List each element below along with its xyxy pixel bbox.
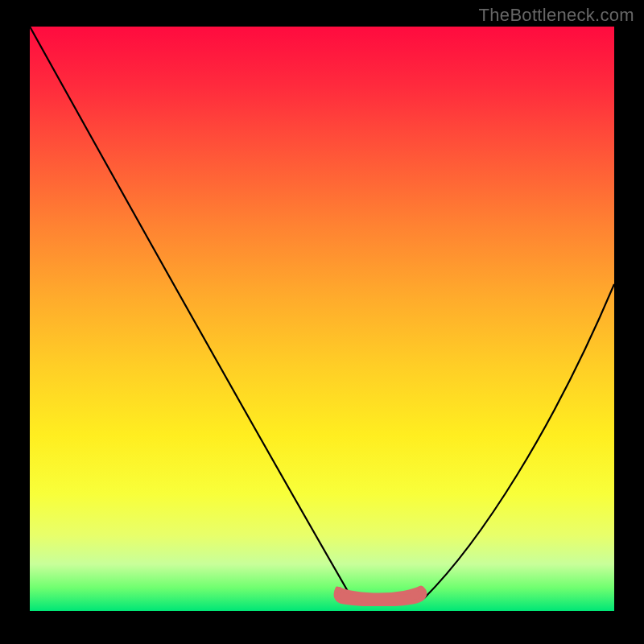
highlight-dot-end bbox=[418, 586, 424, 592]
watermark-text: TheBottleneck.com bbox=[479, 5, 634, 26]
curve-right-path bbox=[424, 284, 614, 598]
optimal-highlight bbox=[332, 584, 429, 606]
bottleneck-curve bbox=[30, 27, 614, 611]
highlight-blob bbox=[336, 588, 425, 605]
curve-left-path bbox=[30, 27, 352, 598]
chart-plot-area bbox=[30, 27, 614, 611]
highlight-dot-start bbox=[336, 587, 342, 593]
